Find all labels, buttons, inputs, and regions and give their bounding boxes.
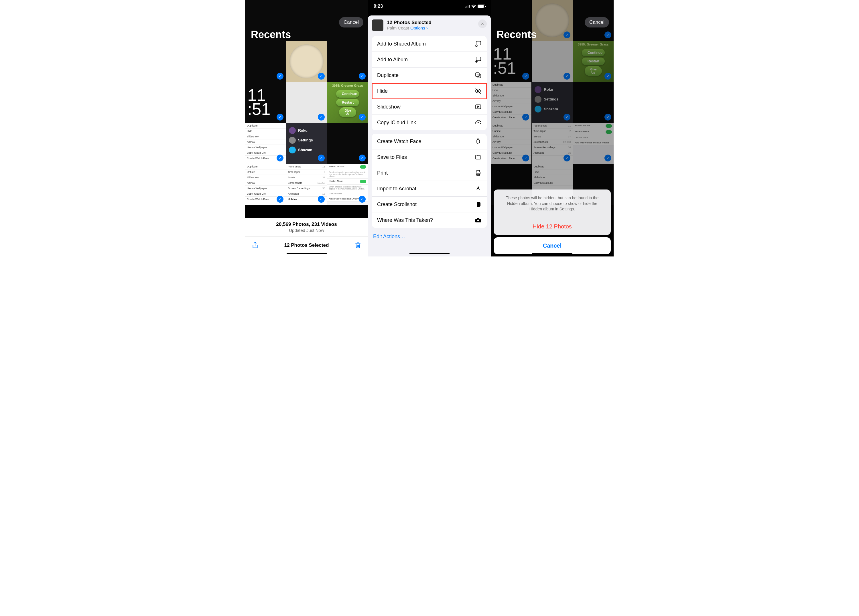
photo-thumbnail[interactable]: Panoramas11 Time-lapse2 Bursts37 Screens…: [286, 164, 327, 205]
edit-actions-link[interactable]: Edit Actions…: [372, 231, 487, 242]
svg-rect-2: [476, 57, 481, 61]
action-group-2: Create Watch Face Save to Files Print Im…: [372, 134, 487, 228]
selected-check-icon: [318, 196, 325, 203]
svg-rect-0: [476, 41, 481, 45]
photo-thumbnail[interactable]: [327, 41, 368, 81]
photo-thumbnail[interactable]: [327, 123, 368, 164]
import-acrobat[interactable]: Import to Acrobat: [372, 181, 487, 196]
photo-thumbnail[interactable]: [245, 41, 286, 81]
share-icon[interactable]: [251, 242, 259, 249]
selected-check-icon: [359, 114, 365, 120]
share-sheet: 12 Photos Selected Palm Coast Options › …: [368, 16, 491, 256]
signal-icon: [465, 5, 470, 8]
alert-message: These photos will be hidden, but can be …: [494, 189, 611, 218]
confirm-sheet: These photos will be hidden, but can be …: [494, 189, 611, 254]
photo-count: 20,569 Photos, 231 Videos: [245, 221, 368, 227]
scrollshot-icon: [475, 201, 482, 208]
where-taken[interactable]: Where Was This Taken?: [372, 212, 487, 228]
photo-thumbnail[interactable]: [286, 41, 327, 81]
close-icon: [481, 22, 484, 26]
shared-album-icon: [475, 41, 482, 47]
hide[interactable]: Hide: [372, 83, 487, 99]
selection-count: 12 Photos Selected: [284, 242, 329, 248]
footer: 20,569 Photos, 231 Videos Updated Just N…: [245, 218, 368, 256]
home-indicator[interactable]: [287, 253, 327, 254]
battery-icon: [478, 5, 485, 8]
print-icon: [475, 170, 482, 176]
close-button[interactable]: [478, 19, 487, 28]
options-link[interactable]: Options ›: [410, 25, 428, 30]
copy-icloud-link[interactable]: Copy iCloud Link: [372, 115, 487, 130]
cloud-icon: [475, 119, 482, 126]
photo-thumbnail[interactable]: Duplicate Hide Slideshow AirPlay Use as …: [245, 123, 286, 164]
svg-rect-11: [477, 174, 479, 175]
selected-check-icon: [359, 73, 365, 80]
save-to-files[interactable]: Save to Files: [372, 150, 487, 165]
duplicate[interactable]: Duplicate: [372, 67, 487, 83]
home-indicator[interactable]: [532, 253, 572, 254]
create-watch-face[interactable]: Create Watch Face: [372, 134, 487, 150]
selected-check-icon: [318, 73, 325, 80]
updated-label: Updated Just Now: [245, 228, 368, 233]
cancel-button[interactable]: Cancel: [585, 17, 609, 28]
sheet-title: 12 Photos Selected: [387, 20, 431, 25]
cancel-button[interactable]: Cancel: [339, 17, 363, 28]
action-group-1: Add to Shared Album Add to Album Duplica…: [372, 36, 487, 130]
home-indicator[interactable]: [409, 253, 450, 254]
selected-check-icon: [276, 114, 283, 120]
watch-icon: [475, 138, 482, 145]
folder-icon: [475, 154, 482, 161]
svg-point-1: [476, 45, 477, 47]
hide-icon: [475, 87, 482, 94]
selected-check-icon: [276, 196, 283, 203]
selected-check-icon: [318, 154, 325, 161]
sheet-subtitle: Palm Coast: [387, 25, 409, 30]
photo-thumbnail[interactable]: 3955: Greener Grass Continue Restart Giv…: [327, 82, 368, 123]
phone-share-sheet: 9:23 12 Photos Selected Palm Coast Optio…: [368, 0, 491, 256]
photo-thumbnail[interactable]: Shared Albums Create albums to share wit…: [327, 164, 368, 205]
add-to-album[interactable]: Add to Album: [372, 52, 487, 67]
selected-check-icon: [276, 73, 283, 80]
album-icon: [475, 56, 482, 63]
photo-thumbnail[interactable]: Duplicate Unhide Slideshow AirPlay Use a…: [245, 164, 286, 205]
hide-photos-button[interactable]: Hide 12 Photos: [494, 218, 611, 235]
svg-point-12: [477, 220, 479, 221]
selected-check-icon: [359, 154, 365, 161]
wifi-icon: [471, 5, 476, 8]
acrobat-icon: [475, 185, 482, 192]
trash-icon[interactable]: [354, 242, 362, 249]
phone-recents-grid: 9:23 Recents Cancel 11:51 3955: Greener …: [245, 0, 368, 256]
add-to-shared-album[interactable]: Add to Shared Album: [372, 36, 487, 52]
selection-thumbnail: [372, 19, 383, 31]
selected-check-icon: [318, 114, 325, 120]
page-title: Recents: [251, 29, 291, 41]
svg-rect-10: [477, 170, 479, 172]
selected-check-icon: [359, 196, 365, 203]
slideshow[interactable]: Slideshow: [372, 99, 487, 115]
create-scrollshot[interactable]: Create Scrollshot: [372, 196, 487, 212]
cancel-alert-button[interactable]: Cancel: [494, 237, 611, 254]
photo-thumbnail[interactable]: [286, 0, 327, 41]
duplicate-icon: [475, 72, 482, 79]
print[interactable]: Print: [372, 165, 487, 181]
status-bar: 9:23: [368, 0, 491, 12]
phone-hide-confirm: 9:24 Recents Cancel 11:51 3955: Greener …: [491, 0, 614, 256]
page-title: Recents: [497, 29, 537, 41]
status-time: 9:23: [374, 4, 383, 9]
camera-icon: [475, 217, 482, 223]
photo-thumbnail[interactable]: Roku Settings Shazam: [286, 123, 327, 164]
svg-rect-8: [477, 140, 479, 143]
photo-thumbnail[interactable]: 11:51: [245, 82, 286, 123]
play-icon: [475, 103, 482, 110]
photo-thumbnail[interactable]: [286, 82, 327, 123]
